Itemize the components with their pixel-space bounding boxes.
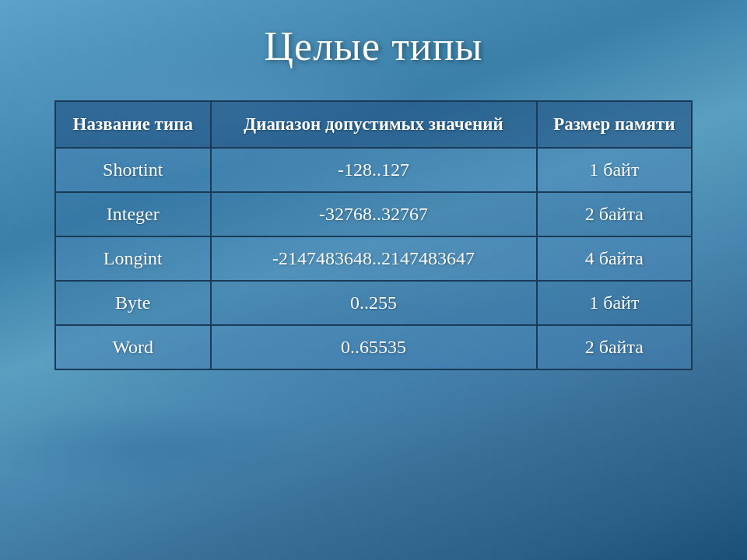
cell-type-name: Byte xyxy=(55,281,211,325)
table-row: Byte0..2551 байт xyxy=(55,281,692,325)
cell-range: -32768..32767 xyxy=(211,192,537,236)
table-row: Word0..655352 байта xyxy=(55,325,692,369)
cell-type-name: Shortint xyxy=(55,148,211,192)
cell-size: 2 байта xyxy=(537,192,692,236)
table-row: Integer-32768..327672 байта xyxy=(55,192,692,236)
header-range: Диапазон допустимых значений xyxy=(211,101,537,148)
table-row: Longint-2147483648..21474836474 байта xyxy=(55,236,692,281)
cell-size: 1 байт xyxy=(537,148,692,192)
cell-type-name: Longint xyxy=(55,236,211,281)
header-name: Название типа xyxy=(55,101,211,148)
cell-type-name: Word xyxy=(55,325,211,369)
types-table: Название типа Диапазон допустимых значен… xyxy=(54,100,693,370)
cell-range: 0..255 xyxy=(211,281,537,325)
cell-range: -128..127 xyxy=(211,148,537,192)
cell-size: 2 байта xyxy=(537,325,692,369)
cell-size: 1 байт xyxy=(537,281,692,325)
cell-size: 4 байта xyxy=(537,236,692,281)
table-row: Shortint-128..1271 байт xyxy=(55,148,692,192)
cell-range: -2147483648..2147483647 xyxy=(211,236,537,281)
table-header-row: Название типа Диапазон допустимых значен… xyxy=(55,101,692,148)
page-title: Целые типы xyxy=(265,23,483,69)
cell-range: 0..65535 xyxy=(211,325,537,369)
cell-type-name: Integer xyxy=(55,192,211,236)
page-content: Целые типы Название типа Диапазон допуст… xyxy=(0,0,747,370)
header-size: Размер памяти xyxy=(537,101,692,148)
